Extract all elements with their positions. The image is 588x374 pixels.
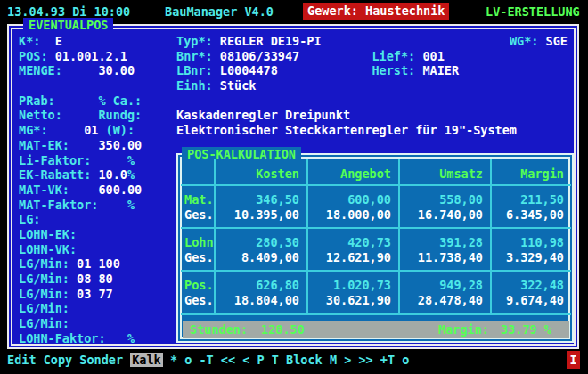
datetime-display: 13.04.93 Di 10:00 [7, 4, 130, 19]
kalk-ges-value: 16.740,00 [400, 207, 483, 223]
menu-item-p[interactable]: P [257, 353, 265, 367]
field-label: LBnr: [176, 63, 220, 77]
menu-item-t[interactable]: T [272, 353, 279, 367]
field-value[interactable]: 10.0 [98, 167, 127, 182]
field-line: Netto: Rundg: [19, 108, 142, 123]
kalk-table: KostenAngebotUmsatzMarginMat.Ges.346,501… [181, 159, 571, 315]
kalk-column-header: Umsatz [398, 159, 490, 186]
menu-item-[interactable]: << [221, 353, 235, 367]
field-label: Typ*: [176, 34, 220, 48]
field-value[interactable]: REGLER DE19-PI [220, 34, 322, 48]
menu-item-sonder[interactable]: Sonder [79, 353, 123, 367]
menu-item-[interactable]: >> [358, 353, 372, 367]
menu-item-t[interactable]: +T [380, 353, 395, 367]
field-label: Netto: Rundg: [19, 108, 142, 122]
field-line: Li-Faktor: % [19, 153, 142, 168]
field-value[interactable]: Elektronischer Steckkartenregler für 19"… [176, 123, 517, 137]
field-line: LG/Min: 01 100 [19, 256, 142, 272]
pos-kalkulation-panel: POS-KALKULATION KostenAngebotUmsatzMargi… [176, 153, 574, 343]
field-value[interactable]: 08106/33947 [220, 49, 299, 63]
field-value[interactable]: L0004478 [220, 63, 278, 77]
field-label: % [127, 167, 135, 182]
field-label: LOHN-Faktor: % [19, 331, 135, 346]
menu-item-[interactable]: > [344, 353, 351, 367]
field-line [176, 94, 568, 109]
field-value[interactable]: 30.00 [98, 63, 135, 77]
kalk-value-cell: 346,5010.395,00 [214, 186, 306, 229]
kalk-column-header: Kosten [214, 159, 306, 186]
field-value[interactable]: 01 [84, 123, 98, 137]
field-line: MENGE: 30.00 [19, 63, 142, 78]
menu-item-t[interactable]: -T [199, 353, 213, 367]
field-label: LG/Min: [19, 272, 77, 286]
kalk-value-cell: 949,2828.478,40 [398, 272, 490, 315]
kalk-unit-value: 346,50 [216, 192, 299, 207]
field-line: LG/Min: [19, 301, 142, 316]
field-value[interactable]: SGE [546, 34, 568, 48]
field-value[interactable]: MAIER [422, 63, 459, 77]
menu-item-block[interactable]: Block [286, 353, 323, 367]
field-value[interactable]: 600.00 [98, 183, 142, 197]
field-label: WG*: [510, 34, 546, 48]
field-line: EK-Rabatt: 10.0% [19, 167, 142, 183]
menu-item-[interactable]: < [242, 353, 249, 367]
field-label: LG/Min: [19, 316, 69, 330]
menu-item-m[interactable]: M [330, 353, 337, 367]
kalk-value-cell: 600,0018.000,00 [306, 186, 398, 229]
field-value[interactable]: 01.001.2.1 [55, 49, 127, 63]
field-line: LG/Min: 03 77 [19, 287, 142, 302]
kalk-column-header: Angebot [306, 159, 398, 186]
field-line: POS: 01.001.2.1 [19, 49, 142, 64]
field-label: MG*: [19, 123, 84, 137]
field-line: Elektronischer Steckkartenregler für 19"… [176, 123, 568, 138]
menu-item-o[interactable]: o [402, 353, 409, 367]
kalk-row-label: LohnGes. [181, 229, 214, 272]
menu-item-o[interactable]: o [184, 353, 192, 367]
field-line [19, 78, 142, 94]
field-value[interactable]: 350.00 [98, 138, 142, 152]
field-line: LG/Min: 08 80 [19, 272, 142, 287]
field-label: LG/Min: [19, 287, 77, 301]
kalk-unit-value: 211,50 [492, 192, 564, 207]
kalk-corner-cell [181, 159, 214, 186]
bottom-menu-bar: Edit Copy Sonder Kalk * o -T << < P T Bl… [7, 352, 409, 369]
kalk-ges-label: Ges. [184, 293, 214, 308]
field-line: K*: E [19, 34, 142, 49]
menu-item-copy[interactable]: Copy [44, 353, 73, 367]
field-value[interactable]: Kaskadenregler Dreipunkt [176, 108, 350, 122]
kalk-value-cell: 280,308.409,00 [214, 229, 306, 272]
menu-item-[interactable]: * [170, 353, 177, 367]
kalk-ges-value: 30.621,90 [308, 293, 391, 308]
field-value[interactable]: 08 80 [77, 272, 113, 286]
field-value[interactable]: 03 77 [77, 287, 113, 301]
kalk-ges-value: 11.738,40 [400, 250, 483, 265]
field-line: LOHN-VK: [19, 242, 142, 257]
menu-item-edit[interactable]: Edit [7, 353, 37, 367]
field-label: EK-Rabatt: [19, 167, 98, 182]
field-label: LG: [19, 212, 40, 226]
field-label: LG/Min: [19, 256, 77, 271]
kalk-value-cell: 110,983.329,40 [490, 229, 571, 272]
kalk-summary-bar: Stunden: 128.50 Margin: 33.79 % [183, 321, 569, 338]
field-label: Einh: [176, 78, 220, 93]
kalk-unit-value: 1.020,73 [308, 278, 391, 293]
field-value[interactable]: 001 [422, 49, 444, 63]
field-line: Einh: Stück [176, 78, 568, 94]
right-field-column: Typ*: REGLER DE19-PI WG*: SGEBnr*: 08106… [176, 34, 568, 138]
kalk-ges-value: 28.478,40 [400, 293, 483, 308]
field-value[interactable]: Stück [220, 78, 257, 93]
field-label: Bnr*: [176, 49, 220, 63]
field-line: MG*: 01 (W): [19, 123, 142, 138]
kalk-unit-value: 626,80 [216, 278, 299, 293]
kalk-ges-value: 6.345,00 [492, 207, 564, 223]
field-label: MAT-EK: [19, 138, 98, 152]
kalk-group-label: Mat. [184, 192, 214, 207]
field-value[interactable]: E [55, 34, 62, 48]
field-value[interactable]: 01 100 [77, 256, 120, 271]
kalk-ges-value: 18.804,00 [216, 293, 299, 308]
menu-item-kalk[interactable]: Kalk [130, 353, 163, 367]
kalk-ges-value: 8.409,00 [216, 250, 299, 265]
field-line: LOHN-Faktor: % [19, 331, 142, 346]
field-label: LOHN-VK: [19, 242, 77, 256]
kalk-value-cell: 1.020,7330.621,90 [306, 272, 398, 315]
